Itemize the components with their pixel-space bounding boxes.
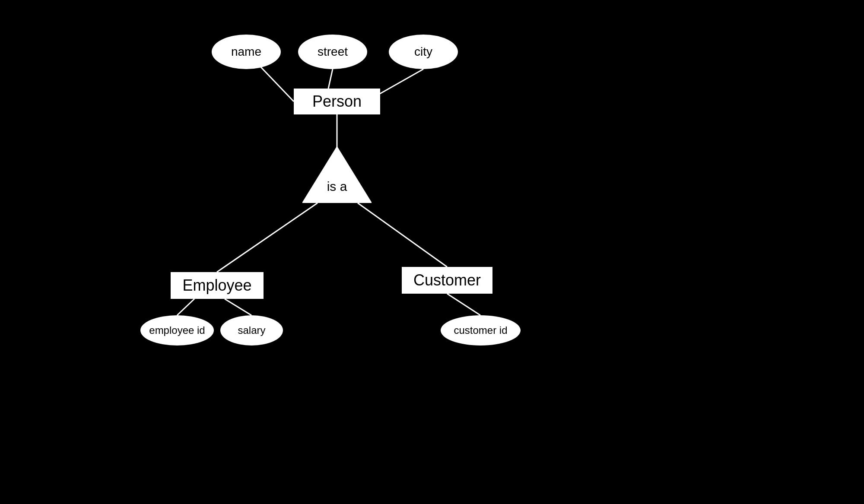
svg-line-1 bbox=[328, 69, 333, 89]
salary-attribute-label: salary bbox=[238, 324, 265, 336]
customer-entity: Customer bbox=[402, 267, 492, 294]
svg-marker-9 bbox=[302, 147, 372, 203]
customer-id-attribute-label: customer id bbox=[454, 324, 507, 336]
name-attribute-label: name bbox=[231, 45, 261, 59]
isa-label: is a bbox=[327, 179, 347, 194]
employee-entity: Employee bbox=[171, 272, 264, 299]
svg-line-4 bbox=[217, 203, 318, 272]
city-attribute-label: city bbox=[414, 45, 432, 59]
svg-line-6 bbox=[177, 299, 194, 315]
employee-id-attribute-label: employee id bbox=[149, 324, 205, 336]
svg-line-5 bbox=[358, 203, 447, 267]
person-entity-label: Person bbox=[312, 92, 362, 111]
customer-entity-label: Customer bbox=[413, 271, 481, 289]
isa-triangle-svg bbox=[302, 147, 372, 203]
city-attribute: city bbox=[389, 35, 458, 69]
svg-line-7 bbox=[225, 299, 251, 315]
employee-entity-label: Employee bbox=[182, 276, 251, 295]
salary-attribute: salary bbox=[220, 315, 283, 346]
name-attribute: name bbox=[212, 35, 281, 69]
diagram-container: Person name street city is a Employee Cu… bbox=[0, 0, 864, 504]
street-attribute: street bbox=[298, 35, 367, 69]
person-entity: Person bbox=[294, 89, 380, 114]
street-attribute-label: street bbox=[318, 45, 348, 59]
svg-line-8 bbox=[447, 294, 480, 315]
isa-triangle-container: is a bbox=[302, 147, 372, 203]
employee-id-attribute: employee id bbox=[140, 315, 214, 346]
connection-lines bbox=[0, 0, 864, 504]
customer-id-attribute: customer id bbox=[441, 315, 521, 346]
